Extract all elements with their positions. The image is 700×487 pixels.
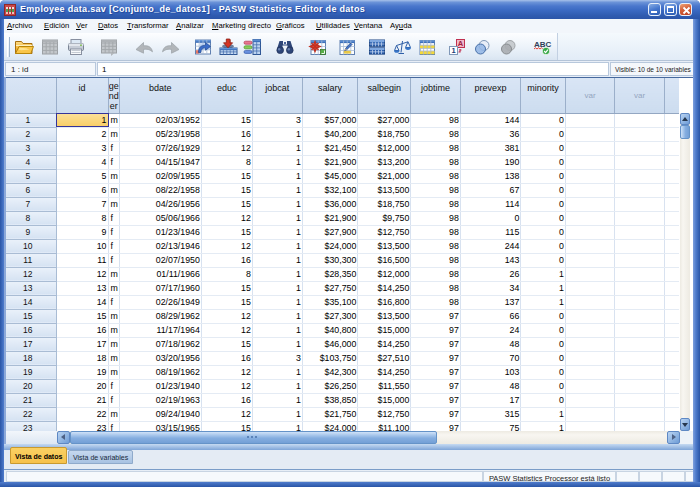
svg-text:ABC: ABC — [534, 40, 552, 49]
svg-text:1: 1 — [451, 46, 455, 55]
svg-text:A: A — [458, 39, 464, 48]
